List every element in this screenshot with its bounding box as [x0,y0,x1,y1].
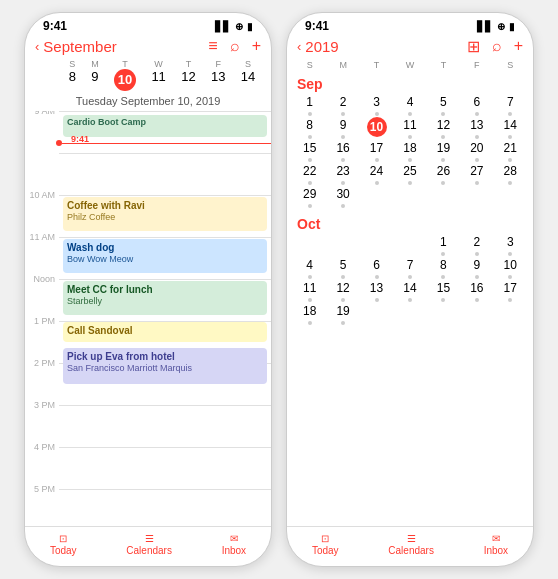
today-icon-2: ⊡ [321,533,329,544]
status-bar-1: 9:41 ▋▋ ⊕ ▮ [25,13,271,35]
calendars-icon: ☰ [145,533,154,544]
month-september: Sep 1 2 3 4 5 6 7 8 9 10 11 12 13 [293,72,527,208]
search-icon-1[interactable]: ⌕ [230,37,240,55]
tab-inbox-2[interactable]: ✉ Inbox [484,533,508,556]
time-10am: 10 AM [25,190,59,200]
current-time-indicator: 9:41 [59,140,271,146]
oct-week-1: 1 2 3 [293,234,527,256]
chevron-left-icon-2: ‹ [297,39,301,54]
month-october: Oct 1 2 3 4 5 6 7 8 9 10 [293,212,527,325]
day-cell-m[interactable]: M 9 [91,59,99,91]
dow-header: S M T W T F S [293,60,527,70]
event-cardio[interactable]: Cardio Boot Camp [63,115,267,137]
nav-title-2: 2019 [305,38,338,55]
status-bar-2: 9:41 ▋▋ ⊕ ▮ [287,13,533,35]
sep-week-2: 8 9 10 11 12 13 14 [293,117,527,139]
tab-calendars-2[interactable]: ☰ Calendars [388,533,434,556]
day-cell-f[interactable]: F 13 [211,59,225,91]
today-icon: ⊡ [59,533,67,544]
month-view: S M T W T F S Sep 1 2 3 4 5 6 7 [287,60,533,526]
tab-bar-2: ⊡ Today ☰ Calendars ✉ Inbox [287,526,533,566]
sep-week-4: 22 23 24 25 26 27 28 [293,163,527,185]
signal-icon-2: ▋▋ [477,21,493,32]
status-time-1: 9:41 [43,19,67,33]
event-coffee[interactable]: Coffee with Ravi Philz Coffee [63,197,267,231]
week-header: S 8 M 9 T 10 W 11 T 12 [25,59,271,93]
status-time-2: 9:41 [305,19,329,33]
tab-today-2[interactable]: ⊡ Today [312,533,339,556]
add-icon-2[interactable]: + [514,37,523,56]
event-pickup[interactable]: Pick up Eva from hotel San Francisco Mar… [63,348,267,384]
status-icons-2: ▋▋ ⊕ ▮ [477,21,515,32]
phone-day-view: 9:41 ▋▋ ⊕ ▮ ‹ September ≡ ⌕ + [24,12,272,567]
add-icon-1[interactable]: + [252,37,261,55]
calendars-icon-2: ☰ [407,533,416,544]
oct-week-4: 18 19 [293,303,527,325]
time-4pm: 4 PM [25,442,59,452]
battery-icon: ▮ [247,21,253,32]
nav-bar-2: ‹ 2019 ⊞ ⌕ + [287,35,533,60]
event-call[interactable]: Call Sandoval [63,322,267,342]
sep-week-3: 15 16 17 18 19 20 21 [293,140,527,162]
wifi-icon: ⊕ [235,21,243,32]
status-icons-1: ▋▋ ⊕ ▮ [215,21,253,32]
sep-week-5: 29 30 [293,186,527,208]
time-1pm: 1 PM [25,316,59,326]
tab-inbox-1[interactable]: ✉ Inbox [222,533,246,556]
search-icon-2[interactable]: ⌕ [492,37,502,56]
current-time-label: 9:41 [59,134,93,144]
time-3pm: 3 PM [25,400,59,410]
battery-icon-2: ▮ [509,21,515,32]
phone-month-view: 9:41 ▋▋ ⊕ ▮ ‹ 2019 ⊞ ⌕ + S M [286,12,534,567]
inbox-icon-2: ✉ [492,533,500,544]
nav-icons-2[interactable]: ⊞ ⌕ + [467,37,523,56]
back-button-1[interactable]: ‹ September [35,38,117,55]
month-name-oct: Oct [293,212,527,234]
current-time-bar [62,143,271,144]
event-wash[interactable]: Wash dog Bow Wow Meow [63,239,267,273]
back-button-2[interactable]: ‹ 2019 [297,38,339,55]
oct-week-3: 11 12 13 14 15 16 17 [293,280,527,302]
signal-icon: ▋▋ [215,21,231,32]
month-name-sep: Sep [293,72,527,94]
day-cells: S 8 M 9 T 10 W 11 T 12 [61,59,263,91]
list-icon[interactable]: ≡ [208,37,217,55]
oct-week-2: 4 5 6 7 8 9 10 [293,257,527,279]
timeline[interactable]: 9 AM 10 AM 11 AM Noon 1 PM 2 PM 3 PM 4 P… [25,111,271,526]
tab-bar-1: ⊡ Today ☰ Calendars ✉ Inbox [25,526,271,566]
time-noon: Noon [25,274,59,284]
tab-calendars-1[interactable]: ☰ Calendars [126,533,172,556]
time-2pm: 2 PM [25,358,59,368]
time-9am: 9 AM [25,111,59,116]
wifi-icon-2: ⊕ [497,21,505,32]
day-cell-t2[interactable]: T 12 [181,59,195,91]
time-11am: 11 AM [25,232,59,242]
time-5pm: 5 PM [25,484,59,494]
grid-icon[interactable]: ⊞ [467,37,480,56]
day-cell-w[interactable]: W 11 [151,59,165,91]
nav-title-1: September [43,38,116,55]
chevron-left-icon: ‹ [35,39,39,54]
day-cell-s1[interactable]: S 8 [69,59,76,91]
nav-icons-1[interactable]: ≡ ⌕ + [208,37,261,55]
inbox-icon: ✉ [230,533,238,544]
tab-today-1[interactable]: ⊡ Today [50,533,77,556]
nav-bar-1: ‹ September ≡ ⌕ + [25,35,271,59]
day-cell-t-today[interactable]: T 10 [114,59,136,91]
date-label: Tuesday September 10, 2019 [25,93,271,111]
sep-week-1: 1 2 3 4 5 6 7 [293,94,527,116]
event-meet[interactable]: Meet CC for lunch Starbelly [63,281,267,315]
day-cell-s2[interactable]: S 14 [241,59,255,91]
